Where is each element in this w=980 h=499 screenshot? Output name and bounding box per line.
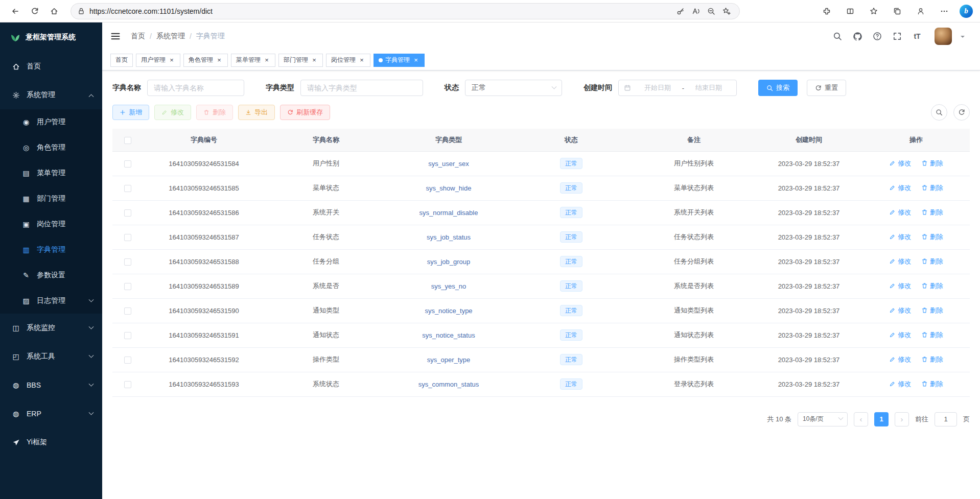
- bing-icon[interactable]: b: [960, 5, 973, 18]
- caret-down-icon[interactable]: [961, 36, 965, 40]
- row-checkbox[interactable]: [124, 283, 131, 290]
- row-delete-link[interactable]: 删除: [921, 355, 943, 364]
- dict-type-link[interactable]: sys_user_sex: [428, 160, 469, 168]
- favorites-icon[interactable]: [866, 3, 882, 19]
- breadcrumb-label[interactable]: 字典管理: [196, 32, 225, 41]
- close-tab-icon[interactable]: ×: [311, 57, 318, 64]
- sidebar-group-item[interactable]: BBS: [0, 371, 102, 399]
- search-button[interactable]: 搜索: [758, 80, 798, 96]
- status-select[interactable]: 正常: [465, 80, 562, 96]
- close-tab-icon[interactable]: ×: [412, 57, 419, 64]
- tab[interactable]: 字典管理 ×: [374, 54, 425, 67]
- tab[interactable]: 部门管理 ×: [278, 54, 323, 67]
- row-edit-link[interactable]: 修改: [889, 379, 911, 389]
- toggle-search-button[interactable]: [931, 104, 947, 121]
- refresh-icon[interactable]: [27, 3, 43, 19]
- sidebar-subitem[interactable]: 岗位管理: [0, 211, 102, 237]
- split-screen-icon[interactable]: [842, 3, 858, 19]
- row-edit-link[interactable]: 修改: [889, 257, 911, 266]
- row-checkbox[interactable]: [124, 332, 131, 339]
- row-delete-link[interactable]: 删除: [921, 379, 943, 389]
- export-button[interactable]: 导出: [238, 105, 275, 120]
- row-edit-link[interactable]: 修改: [889, 355, 911, 364]
- dict-type-link[interactable]: sys_show_hide: [426, 184, 472, 192]
- row-edit-link[interactable]: 修改: [889, 306, 911, 315]
- breadcrumb-label[interactable]: 首页: [131, 32, 145, 41]
- tab[interactable]: 菜单管理 ×: [231, 54, 275, 67]
- help-icon[interactable]: [872, 31, 883, 42]
- row-edit-link[interactable]: 修改: [889, 183, 911, 193]
- page-size-select[interactable]: 10条/页: [798, 412, 848, 426]
- row-edit-link[interactable]: 修改: [889, 232, 911, 242]
- add-favorite-icon[interactable]: [720, 5, 733, 18]
- row-delete-link[interactable]: 删除: [921, 232, 943, 242]
- add-button[interactable]: 新增: [112, 105, 149, 120]
- goto-page-input[interactable]: [935, 412, 957, 426]
- github-icon[interactable]: [852, 31, 863, 42]
- dict-type-input[interactable]: [300, 80, 423, 96]
- reset-button[interactable]: 重置: [807, 80, 846, 96]
- dict-type-link[interactable]: sys_normal_disable: [419, 209, 478, 217]
- sidebar-subitem[interactable]: 参数设置: [0, 263, 102, 288]
- sidebar-item-yi[interactable]: Yi框架: [0, 428, 102, 457]
- row-checkbox[interactable]: [124, 160, 131, 168]
- close-tab-icon[interactable]: ×: [263, 57, 270, 64]
- sidebar-subitem[interactable]: 日志管理: [0, 288, 102, 314]
- browser-profile-icon[interactable]: [913, 3, 929, 19]
- dict-type-link[interactable]: sys_notice_status: [422, 331, 475, 339]
- dict-type-link[interactable]: sys_oper_type: [427, 356, 471, 364]
- delete-button[interactable]: 删除: [196, 105, 233, 120]
- row-delete-link[interactable]: 删除: [921, 208, 943, 217]
- breadcrumb-label[interactable]: 系统管理: [156, 32, 185, 41]
- refresh-table-button[interactable]: [953, 104, 970, 121]
- sidebar-subitem[interactable]: 用户管理: [0, 109, 102, 135]
- sidebar-group-item[interactable]: 系统工具: [0, 342, 102, 371]
- edit-button[interactable]: 修改: [154, 105, 191, 120]
- row-edit-link[interactable]: 修改: [889, 159, 911, 168]
- row-delete-link[interactable]: 删除: [921, 281, 943, 291]
- close-tab-icon[interactable]: ×: [358, 57, 365, 64]
- tab[interactable]: 角色管理 ×: [183, 54, 228, 67]
- row-checkbox[interactable]: [124, 234, 131, 241]
- dict-type-link[interactable]: sys_yes_no: [431, 282, 466, 290]
- read-aloud-icon[interactable]: [689, 5, 703, 18]
- row-edit-link[interactable]: 修改: [889, 208, 911, 217]
- date-range-picker[interactable]: 开始日期 - 结束日期: [618, 80, 737, 96]
- row-delete-link[interactable]: 删除: [921, 306, 943, 315]
- home-icon[interactable]: [46, 3, 62, 19]
- dict-name-input[interactable]: [147, 80, 244, 96]
- dict-type-link[interactable]: sys_job_group: [427, 258, 471, 266]
- sidebar-group-item[interactable]: 系统监控: [0, 314, 102, 342]
- dict-type-link[interactable]: sys_notice_type: [425, 307, 472, 315]
- tab[interactable]: 首页: [110, 54, 133, 67]
- row-checkbox[interactable]: [124, 258, 131, 266]
- select-all-checkbox[interactable]: [124, 137, 131, 144]
- sidebar-item-home[interactable]: 首页: [0, 52, 102, 81]
- sidebar-group-item[interactable]: ERP: [0, 399, 102, 428]
- dict-type-link[interactable]: sys_common_status: [418, 381, 479, 388]
- row-edit-link[interactable]: 修改: [889, 281, 911, 291]
- next-page-button[interactable]: ›: [895, 412, 909, 426]
- row-checkbox[interactable]: [124, 209, 131, 217]
- row-checkbox[interactable]: [124, 307, 131, 315]
- current-page-button[interactable]: 1: [874, 412, 889, 426]
- tab[interactable]: 岗位管理 ×: [326, 54, 370, 67]
- zoom-out-icon[interactable]: [705, 5, 718, 18]
- password-key-icon[interactable]: [674, 5, 687, 18]
- collections-icon[interactable]: [889, 3, 905, 19]
- collapse-sidebar-icon[interactable]: [110, 31, 122, 41]
- row-delete-link[interactable]: 删除: [921, 257, 943, 266]
- sidebar-subitem[interactable]: 部门管理: [0, 186, 102, 211]
- row-checkbox[interactable]: [124, 381, 131, 388]
- row-checkbox[interactable]: [124, 185, 131, 192]
- sidebar-subitem[interactable]: 菜单管理: [0, 160, 102, 186]
- tab[interactable]: 用户管理 ×: [136, 54, 180, 67]
- extensions-icon[interactable]: [819, 3, 835, 19]
- sidebar-subitem[interactable]: 角色管理: [0, 135, 102, 160]
- row-delete-link[interactable]: 删除: [921, 330, 943, 340]
- sidebar-subitem[interactable]: 字典管理: [0, 237, 102, 263]
- user-avatar[interactable]: [935, 28, 952, 45]
- font-size-icon[interactable]: tT: [912, 31, 923, 42]
- close-tab-icon[interactable]: ×: [168, 57, 175, 64]
- row-delete-link[interactable]: 删除: [921, 183, 943, 193]
